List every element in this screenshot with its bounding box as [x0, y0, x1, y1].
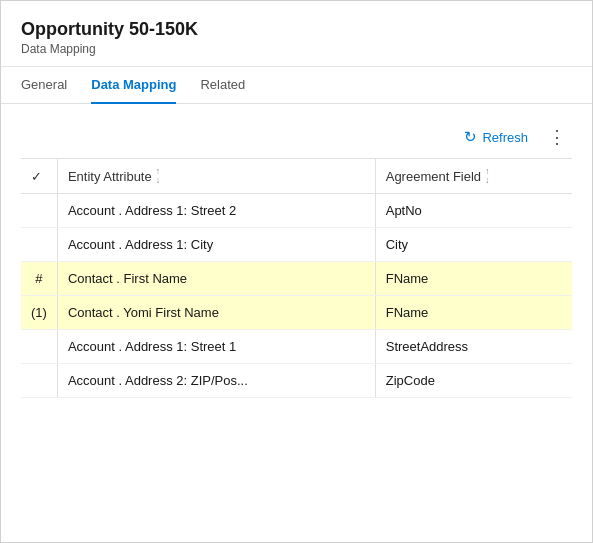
header: Opportunity 50-150K Data Mapping [1, 1, 592, 67]
row-agreement-field: City [375, 228, 572, 262]
row-check-cell [21, 194, 57, 228]
refresh-button[interactable]: ↻ Refresh [458, 124, 534, 150]
page-title: Opportunity 50-150K [21, 19, 572, 40]
entity-attribute-label: Entity Attribute [68, 169, 152, 184]
table-row[interactable]: Account . Address 1: Street 2AptNo [21, 194, 572, 228]
col-agreement-field: Agreement Field ↑ ↓ [375, 159, 572, 194]
row-check-cell [21, 330, 57, 364]
page-subtitle: Data Mapping [21, 42, 572, 56]
tab-general[interactable]: General [21, 67, 67, 104]
row-entity-attribute: Account . Address 1: Street 1 [57, 330, 375, 364]
row-entity-attribute: Contact . Yomi First Name [57, 296, 375, 330]
data-mapping-table: ✓ Entity Attribute ↑ ↓ Agre [21, 158, 572, 398]
table-header-row: ✓ Entity Attribute ↑ ↓ Agre [21, 159, 572, 194]
refresh-icon: ↻ [464, 128, 477, 146]
toolbar: ↻ Refresh ⋮ [21, 116, 572, 158]
col-entity-attribute: Entity Attribute ↑ ↓ [57, 159, 375, 194]
row-agreement-field: ZipCode [375, 364, 572, 398]
row-entity-attribute: Account . Address 1: City [57, 228, 375, 262]
row-agreement-field: FName [375, 262, 572, 296]
row-check-cell: # [21, 262, 57, 296]
table-row[interactable]: Account . Address 2: ZIP/Pos...ZipCode [21, 364, 572, 398]
row-agreement-field: StreetAddress [375, 330, 572, 364]
more-options-button[interactable]: ⋮ [542, 124, 572, 150]
row-entity-attribute: Account . Address 1: Street 2 [57, 194, 375, 228]
table-row[interactable]: Account . Address 1: CityCity [21, 228, 572, 262]
agreement-field-sort-icons[interactable]: ↑ ↓ [485, 167, 490, 185]
row-agreement-field: FName [375, 296, 572, 330]
tab-data-mapping[interactable]: Data Mapping [91, 67, 176, 104]
row-entity-attribute: Contact . First Name [57, 262, 375, 296]
row-check-cell [21, 364, 57, 398]
app-container: Opportunity 50-150K Data Mapping General… [1, 1, 592, 398]
table-row[interactable]: (1)Contact . Yomi First NameFName [21, 296, 572, 330]
row-check-cell [21, 228, 57, 262]
tab-bar: General Data Mapping Related [1, 67, 592, 104]
tab-related[interactable]: Related [200, 67, 245, 104]
entity-attribute-sort-icons[interactable]: ↑ ↓ [156, 167, 161, 185]
check-icon: ✓ [31, 169, 42, 184]
table-row[interactable]: Account . Address 1: Street 1StreetAddre… [21, 330, 572, 364]
row-agreement-field: AptNo [375, 194, 572, 228]
table-row[interactable]: #Contact . First NameFName [21, 262, 572, 296]
row-check-cell: (1) [21, 296, 57, 330]
refresh-label: Refresh [482, 130, 528, 145]
table-body: Account . Address 1: Street 2AptNoAccoun… [21, 194, 572, 398]
agreement-field-label: Agreement Field [386, 169, 481, 184]
row-entity-attribute: Account . Address 2: ZIP/Pos... [57, 364, 375, 398]
col-check: ✓ [21, 159, 57, 194]
main-content: ↻ Refresh ⋮ ✓ Entity Attribute ↑ [1, 104, 592, 398]
